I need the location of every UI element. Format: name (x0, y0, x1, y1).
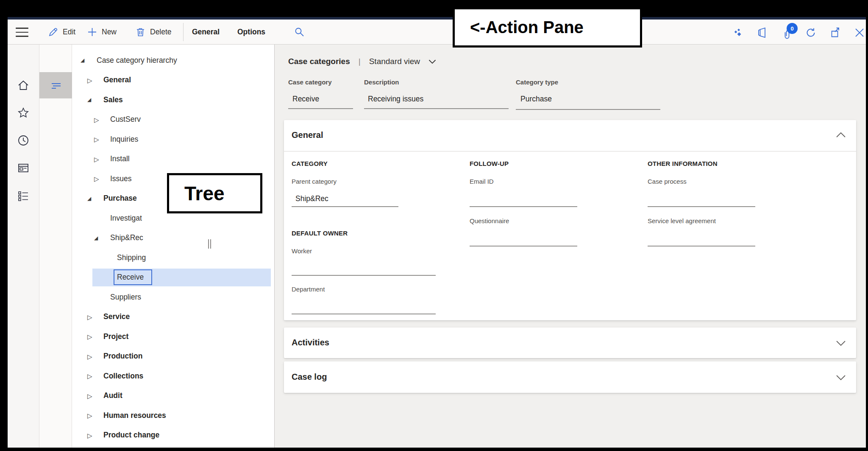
parent-category-label: Parent category (292, 178, 337, 185)
tree-pane: ◢Case category hierarchy▷General◢Sales▷C… (72, 45, 275, 448)
parent-category-input[interactable]: Ship&Rec (295, 194, 328, 203)
parent-category-input-underline[interactable] (292, 206, 398, 207)
tree-item-label: CustServ (110, 115, 141, 124)
tree-item[interactable]: ▷Audit (72, 386, 274, 406)
activities-fasttab[interactable]: Activities (284, 328, 856, 358)
tree-item-label: General (103, 76, 131, 84)
tree-item[interactable]: ◢Case category hierarchy (72, 50, 274, 70)
description-input-underline[interactable] (364, 108, 509, 109)
recent-clock-icon[interactable] (16, 133, 31, 148)
office-icon[interactable] (756, 27, 768, 39)
collapse-icon[interactable]: ▷ (87, 314, 92, 320)
general-fasttab-title: General (292, 130, 323, 140)
expand-icon[interactable]: ◢ (87, 196, 91, 201)
collapse-icon[interactable]: ▷ (94, 156, 99, 162)
home-icon[interactable] (16, 78, 31, 92)
close-icon[interactable] (854, 27, 865, 39)
collapse-icon[interactable]: ▷ (87, 353, 92, 359)
collapse-chevron-up-icon[interactable] (836, 132, 846, 138)
collapse-icon[interactable]: ▷ (87, 373, 92, 379)
collapse-icon[interactable]: ▷ (87, 392, 92, 399)
expand-icon[interactable]: ◢ (94, 235, 98, 241)
tree-item[interactable]: Suppliers (72, 287, 274, 307)
caption-separator: | (359, 57, 361, 66)
questionnaire-label: Questionnaire (470, 217, 509, 224)
case-log-fasttab[interactable]: Case log (284, 361, 856, 393)
tree-item[interactable]: ▷Human resources (72, 406, 274, 426)
department-input-underline[interactable] (292, 314, 436, 314)
tree-item-label: Purchase (103, 194, 137, 203)
tree-item[interactable]: ▷Collections (72, 366, 274, 386)
refresh-icon[interactable] (805, 27, 817, 39)
tree-view-icon[interactable] (50, 79, 62, 92)
collapse-icon[interactable]: ▷ (94, 176, 99, 182)
form-caption: Case categories | Standard view (288, 57, 436, 66)
expand-icon[interactable]: ◢ (87, 97, 91, 102)
tree-item[interactable]: ▷Project (72, 327, 274, 347)
expand-chevron-down-icon[interactable] (836, 340, 846, 346)
tree-item[interactable]: ▷CustServ (72, 110, 274, 130)
collapse-icon[interactable]: ▷ (87, 432, 92, 438)
category-section-heading: CATEGORY (292, 160, 328, 167)
tree-item-label: Investigat (110, 214, 142, 223)
collapse-icon[interactable]: ▷ (87, 333, 92, 340)
action-pane-callout: <-Action Pane (453, 7, 642, 48)
category-type-input[interactable]: Purchase (520, 95, 552, 104)
category-type-input-underline[interactable] (516, 109, 660, 110)
case-process-input-underline[interactable] (648, 206, 755, 207)
pencil-icon (47, 27, 58, 38)
questionnaire-input-underline[interactable] (470, 246, 577, 247)
case-category-input[interactable]: Receive (292, 95, 319, 104)
default-owner-section-heading: DEFAULT OWNER (292, 230, 348, 237)
apps-icon[interactable] (732, 27, 744, 39)
tab-options[interactable]: Options (237, 20, 265, 45)
checklist-icon[interactable] (16, 189, 31, 203)
tree-item[interactable]: ▷Inquiries (72, 129, 274, 149)
collapse-icon[interactable]: ▷ (94, 136, 99, 143)
tree-item[interactable]: ◢Ship&Rec (72, 228, 274, 248)
tree-item[interactable]: ▷Service (72, 307, 274, 327)
delete-button[interactable]: Delete (135, 20, 172, 45)
worker-input-underline[interactable] (292, 275, 436, 276)
description-label: Description (364, 78, 399, 86)
tree-item[interactable]: ▷Product change (72, 426, 274, 445)
tab-general[interactable]: General (192, 20, 220, 45)
description-input[interactable]: Receiving issues (368, 95, 423, 104)
email-id-input-underline[interactable] (470, 206, 577, 207)
new-button-label: New (102, 28, 117, 36)
fasttab-divider (284, 151, 856, 151)
tree-item[interactable]: Shipping (72, 248, 274, 268)
case-process-label: Case process (648, 178, 687, 185)
tree-item[interactable]: ▷General (72, 70, 274, 90)
view-selector-chevron-icon[interactable] (428, 59, 436, 64)
view-selector[interactable]: Standard view (369, 57, 420, 66)
tree-item[interactable]: Receive (72, 268, 274, 288)
category-type-label: Category type (516, 78, 558, 86)
collapse-icon[interactable]: ▷ (87, 412, 92, 419)
case-log-fasttab-title: Case log (292, 372, 327, 382)
hamburger-menu-icon[interactable] (16, 28, 28, 37)
expand-chevron-down-icon[interactable] (836, 375, 846, 381)
service-level-agreement-input-underline[interactable] (648, 246, 755, 247)
tree-item[interactable]: ◢Sales (72, 90, 274, 110)
open-in-new-window-icon[interactable] (830, 27, 842, 39)
service-level-agreement-label: Service level agreement (648, 217, 716, 224)
splitter-grip[interactable] (207, 239, 211, 249)
favorites-star-icon[interactable] (16, 106, 31, 120)
expand-icon[interactable]: ◢ (81, 58, 84, 63)
collapse-icon[interactable]: ▷ (87, 77, 92, 83)
action-pane: Edit New Delete General Options (8, 20, 866, 45)
search-icon[interactable] (294, 26, 305, 38)
department-label: Department (292, 286, 325, 293)
tree-item[interactable]: ▷Production (72, 347, 274, 367)
nav-rail (8, 45, 39, 448)
tree-item[interactable]: ▷Install (72, 149, 274, 169)
edit-button[interactable]: Edit (47, 20, 75, 45)
plus-icon (87, 27, 97, 37)
workspace-window-icon[interactable] (16, 161, 31, 175)
other-information-section-heading: OTHER INFORMATION (648, 160, 718, 167)
collapse-icon[interactable]: ▷ (94, 116, 99, 123)
tree-item-label: Receive (114, 269, 152, 285)
case-category-input-underline[interactable] (288, 108, 353, 109)
new-button[interactable]: New (87, 20, 117, 45)
